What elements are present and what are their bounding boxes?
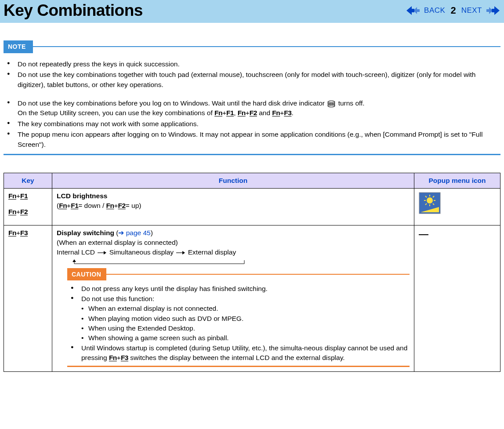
- display-subtitle: (When an external display is connected): [57, 239, 178, 246]
- kbd-fn: Fn: [214, 109, 222, 116]
- caution-sub-a: When an external display is not connecte…: [81, 304, 410, 313]
- note3-line2-pre: On the Setup Utility screen, you can use…: [18, 109, 214, 116]
- caution-block: CAUTION Do not press any keys until the …: [57, 268, 410, 367]
- caution-sub-c: When using the Extended Desktop.: [81, 324, 410, 333]
- note-rule: [33, 46, 500, 47]
- note-list: Do not repeatedly press the keys in quic…: [4, 59, 500, 90]
- arrow-right-icon: [176, 248, 185, 258]
- note-item-4: The key combinations may not work with s…: [7, 119, 500, 129]
- seq-2: Simultaneous display: [109, 248, 174, 256]
- kbd-fn: Fn: [8, 229, 16, 236]
- brightness-icon: [419, 192, 441, 214]
- th-function: Function: [52, 173, 414, 189]
- kbd-fn: Fn: [8, 208, 16, 215]
- hdd-indicator-icon: [327, 100, 335, 107]
- caution-sub-b: When playing motion video such as DVD or…: [81, 314, 410, 324]
- key-combinations-table: Key Function Popup menu icon Fn+F1 Fn+F2…: [4, 173, 500, 372]
- caution-badge: CAUTION: [67, 268, 106, 281]
- note-item-3: Do not use the key combinations before y…: [7, 98, 500, 118]
- svg-marker-21: [182, 251, 185, 254]
- kbd-f2: F2: [20, 208, 28, 215]
- caution-item-1: Do not press any keys until the display …: [71, 284, 410, 294]
- note-badge: NOTE: [4, 40, 33, 53]
- nav-group: BACK 2 NEXT: [406, 4, 500, 18]
- kbd-fn: Fn: [8, 192, 16, 200]
- table-row-brightness: Fn+F1 Fn+F2 LCD brightness (Fn+F1= down …: [4, 189, 500, 225]
- kbd-fn: Fn: [238, 109, 246, 116]
- svg-marker-1: [413, 7, 420, 14]
- caution-item-2: Do not use this function: When an extern…: [71, 294, 410, 343]
- caution-rule: [106, 274, 410, 275]
- caution-sublist: When an external display is not connecte…: [81, 304, 410, 343]
- kbd-fn: Fn: [272, 109, 280, 116]
- svg-marker-2: [492, 6, 500, 15]
- th-icon: Popup menu icon: [414, 173, 500, 189]
- note-item-1: Do not repeatedly press the keys in quic…: [7, 59, 500, 69]
- svg-marker-3: [486, 7, 493, 14]
- note3-post: turns off.: [338, 99, 365, 107]
- key-cell-brightness: Fn+F1 Fn+F2: [4, 189, 52, 225]
- kbd-f3: F3: [284, 109, 291, 116]
- note3-pre: Do not use the key combinations before y…: [18, 99, 326, 107]
- page-link-arrow: ➔: [118, 229, 124, 236]
- seq-3: External display: [188, 248, 236, 256]
- content-area: NOTE Do not repeatedly press the keys in…: [0, 40, 504, 372]
- function-cell-display: Display switching (➔ page 45) (When an e…: [52, 225, 414, 371]
- caution-sub-d: When showing a game screen such as pinba…: [81, 333, 410, 343]
- back-link[interactable]: BACK: [424, 5, 445, 16]
- kbd-f1: F1: [226, 109, 234, 116]
- note-item-5: The popup menu icon appears after loggin…: [7, 130, 500, 149]
- note-header: NOTE: [4, 40, 500, 53]
- caution-header: CAUTION: [67, 268, 410, 281]
- page-link-45[interactable]: page 45: [124, 229, 150, 236]
- kbd-f3: F3: [20, 229, 28, 236]
- kbd-f1: F1: [20, 192, 28, 200]
- page-title: Key Combinations: [4, 0, 143, 22]
- svg-point-8: [427, 197, 433, 204]
- func-title-brightness: LCD brightness: [57, 192, 107, 200]
- caution-list: Do not press any keys until the display …: [67, 284, 410, 363]
- func-title-display: Display switching: [57, 229, 114, 236]
- svg-marker-0: [406, 6, 414, 15]
- svg-marker-25: [73, 259, 76, 262]
- icon-cell-display: [414, 225, 500, 371]
- caution-item-3: Until Windows startup is completed (duri…: [71, 343, 410, 363]
- seq-1: Internal LCD: [57, 248, 95, 256]
- note-list-2: Do not use the key combinations before y…: [4, 98, 500, 149]
- page-number: 2: [450, 4, 456, 18]
- no-icon-indicator: [419, 234, 428, 235]
- caution-footer-rule: [67, 366, 410, 367]
- arrow-right-icon: [98, 248, 106, 258]
- kbd-f2: F2: [250, 109, 257, 116]
- svg-marker-19: [104, 251, 106, 254]
- icon-cell-brightness: [414, 189, 500, 225]
- back-arrow-icon[interactable]: [406, 6, 421, 15]
- next-link[interactable]: NEXT: [461, 5, 482, 16]
- cycle-return-arrow: [71, 258, 247, 265]
- svg-point-6: [328, 105, 335, 107]
- th-key: Key: [4, 173, 52, 189]
- header-bar: Key Combinations BACK 2 NEXT: [0, 0, 504, 23]
- note-footer-rule: [4, 154, 500, 155]
- key-cell-display: Fn+F3: [4, 225, 52, 371]
- next-arrow-icon[interactable]: [485, 6, 500, 15]
- note-item-2: Do not use the key combinations together…: [7, 70, 500, 90]
- table-row-display: Fn+F3 Display switching (➔ page 45) (Whe…: [4, 225, 500, 371]
- function-cell-brightness: LCD brightness (Fn+F1= down / Fn+F2= up): [52, 189, 414, 225]
